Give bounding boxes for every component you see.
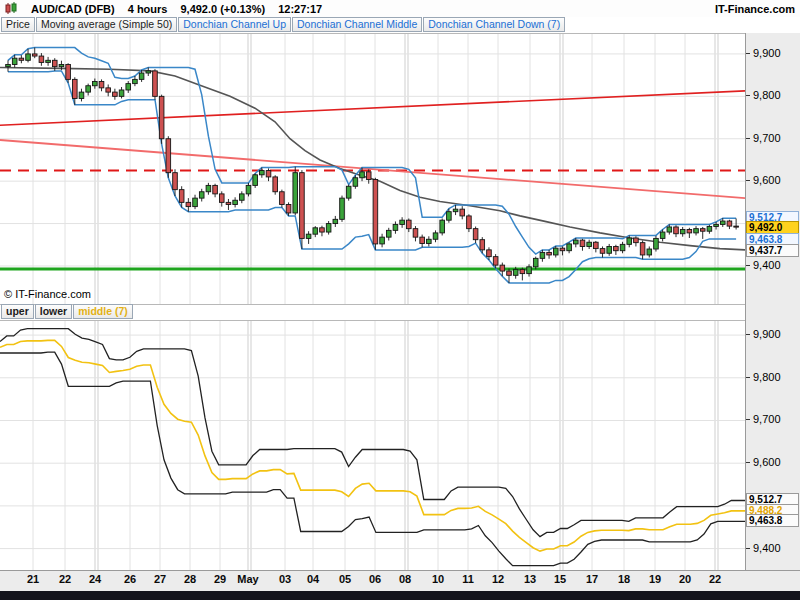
candle-body xyxy=(113,92,118,96)
candle-body xyxy=(146,71,151,73)
x-axis-label: May xyxy=(235,573,261,585)
x-axis-label: 21 xyxy=(20,573,46,585)
band-tab-uper[interactable]: uper xyxy=(1,304,34,319)
x-axis-label: 06 xyxy=(362,573,388,585)
y-axis-label: 9,900 xyxy=(753,47,781,59)
y-axis-label: 9,400 xyxy=(753,259,781,271)
donchian-band-panel[interactable] xyxy=(0,320,745,572)
lower-panel-tabs: uperlowermiddle (7) xyxy=(1,304,133,319)
candle-body xyxy=(373,179,378,243)
candle-body xyxy=(614,246,619,250)
candle-body xyxy=(86,86,91,92)
candle-body xyxy=(240,194,245,200)
candle-body xyxy=(393,224,398,230)
candle-body xyxy=(12,58,17,64)
candle-body xyxy=(73,79,78,98)
candle-body xyxy=(480,240,485,250)
x-axis-label: 19 xyxy=(642,573,668,585)
x-axis-label: 22 xyxy=(52,573,78,585)
y-axis-label: 9,700 xyxy=(753,132,781,144)
band-lines xyxy=(0,329,745,566)
candle-body xyxy=(340,198,345,219)
tab-donchian-channel-down-7[interactable]: Donchian Channel Down (7) xyxy=(423,17,565,32)
candle-body xyxy=(587,242,592,246)
x-axis-label: 29 xyxy=(207,573,233,585)
candle-body xyxy=(600,249,605,254)
candle-body xyxy=(79,92,84,98)
candle-body xyxy=(19,58,24,60)
candle-body xyxy=(326,224,331,232)
x-axis-label: 12 xyxy=(485,573,511,585)
candle-body xyxy=(647,249,652,255)
y-axis-tickmark xyxy=(746,462,750,463)
candle-body xyxy=(487,250,492,257)
candle-body xyxy=(32,54,37,56)
sma50-line xyxy=(0,68,745,250)
candle-body xyxy=(119,90,124,96)
moving-average-line xyxy=(0,68,745,250)
y-axis-label: 9,700 xyxy=(753,413,781,425)
copyright-watermark: © IT-Finance.com xyxy=(4,288,91,300)
tab-price[interactable]: Price xyxy=(1,17,35,32)
candle-body xyxy=(213,185,218,193)
server-clock: 12:27:17 xyxy=(278,3,322,15)
candle-body xyxy=(667,227,672,232)
candle-body xyxy=(433,233,438,239)
y-axis-label: 9,400 xyxy=(753,542,781,554)
price-axis[interactable] xyxy=(745,33,800,570)
x-axis-label: 27 xyxy=(147,573,173,585)
x-axis-label: 28 xyxy=(177,573,203,585)
candle-body xyxy=(427,239,432,243)
moving-average-price-label: 9,437.7 xyxy=(746,244,799,257)
y-axis-tickmark xyxy=(746,138,750,139)
candle-body xyxy=(727,221,732,226)
candlestick-icon xyxy=(4,2,18,15)
candle-body xyxy=(560,248,565,251)
candle-body xyxy=(320,228,325,232)
candle-body xyxy=(680,230,685,234)
candle-body xyxy=(106,88,111,92)
candle-body xyxy=(707,227,712,232)
candle-body xyxy=(500,265,505,271)
candle-body xyxy=(253,175,258,186)
candle-body xyxy=(654,238,659,249)
candle-body xyxy=(6,65,11,67)
candle-body xyxy=(233,200,238,204)
candle-body xyxy=(386,230,391,237)
candle-body xyxy=(513,269,518,275)
brand-logo: IT-Finance.com xyxy=(715,3,795,15)
x-axis-label: 13 xyxy=(517,573,543,585)
candle-body xyxy=(153,71,158,96)
y-axis-label: 9,900 xyxy=(753,328,781,340)
candle-body xyxy=(139,73,144,79)
candle-body xyxy=(734,226,739,227)
y-axis-tickmark xyxy=(746,548,750,549)
x-axis-label: 11 xyxy=(455,573,481,585)
band-tab-middle-7[interactable]: middle (7) xyxy=(73,304,133,319)
candle-body xyxy=(720,221,725,224)
candle-body xyxy=(473,229,478,240)
price-chart-panel[interactable] xyxy=(0,33,745,305)
y-axis-label: 9,600 xyxy=(753,174,781,186)
candle-body xyxy=(413,229,418,237)
candle-body xyxy=(52,60,57,66)
candle-body xyxy=(460,209,465,216)
tab-donchian-channel-middle[interactable]: Donchian Channel Middle xyxy=(292,17,422,32)
trading-chart-app: AUD/CAD (DFB) 4 hours 9,492.0 (+0.13%) 1… xyxy=(0,0,800,600)
tab-donchian-channel-up[interactable]: Donchian Channel Up xyxy=(178,17,291,32)
candle-body xyxy=(547,252,552,255)
candle-body xyxy=(206,185,211,191)
y-axis-tickmark xyxy=(746,419,750,420)
candle-body xyxy=(360,172,365,178)
candle-body xyxy=(226,202,231,204)
x-axis-label: 15 xyxy=(547,573,573,585)
candle-body xyxy=(126,84,131,90)
timeframe-label[interactable]: 4 hours xyxy=(128,3,168,15)
candle-body xyxy=(453,209,458,212)
candle-body xyxy=(607,246,612,253)
lower-price-label: 9,463.8 xyxy=(746,514,799,527)
x-axis-label: 18 xyxy=(611,573,637,585)
tab-moving-average-simple-50[interactable]: Moving average (Simple 50) xyxy=(36,17,177,32)
band-tab-lower[interactable]: lower xyxy=(35,304,72,319)
candle-body xyxy=(366,172,371,180)
